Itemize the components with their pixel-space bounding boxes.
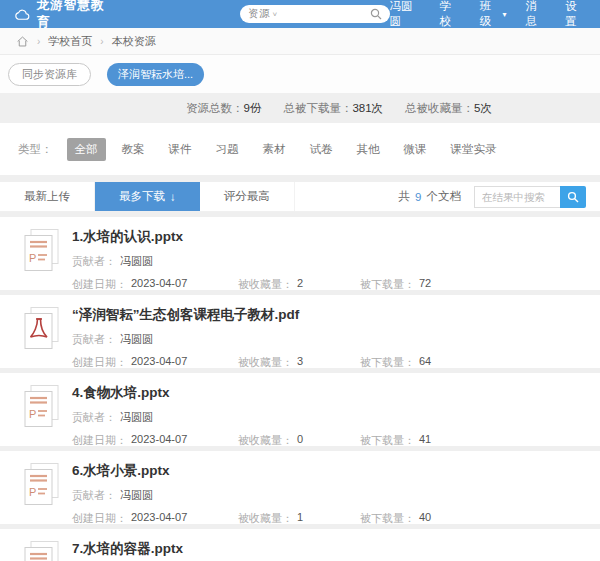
cloud-logo-icon xyxy=(14,8,30,21)
home-icon[interactable] xyxy=(16,35,29,48)
date-value: 2023-04-07 xyxy=(131,355,187,370)
stat-downloads-label: 总被下载量： xyxy=(283,102,352,114)
divider xyxy=(0,175,600,182)
breadcrumb-school-resources[interactable]: 本校资源 xyxy=(112,34,156,49)
stat-favorites-value: 5次 xyxy=(474,102,492,114)
file-title[interactable]: 4.食物水培.pptx xyxy=(72,384,600,402)
date-value: 2023-04-07 xyxy=(131,433,187,448)
stat-downloads-value: 381次 xyxy=(352,102,383,114)
ppt-file-icon: P xyxy=(22,226,72,290)
file-row[interactable]: P 7.水培的容器.pptx xyxy=(0,529,600,561)
favorites-label: 被收藏量： xyxy=(238,355,293,370)
sort-tab-most-downloaded[interactable]: 最多下载 ↓ xyxy=(95,182,200,211)
favorites-label: 被收藏量： xyxy=(238,433,293,448)
file-row[interactable]: P 4.食物水培.pptx 贡献者：冯圆圆 创建日期：2023-04-07 被收… xyxy=(0,373,600,446)
search-scope-dropdown[interactable]: 资源 ˅ xyxy=(248,7,277,21)
sort-tab-top-rated[interactable]: 评分最高 xyxy=(200,182,295,211)
svg-text:P: P xyxy=(29,408,36,420)
filter-micro-lessons[interactable]: 微课 xyxy=(396,138,435,161)
downloads-label: 被下载量： xyxy=(360,511,415,526)
downloads-label: 被下载量： xyxy=(360,355,415,370)
favorites-value: 2 xyxy=(297,277,303,292)
ppt-file-icon: P xyxy=(22,538,72,561)
date-label: 创建日期： xyxy=(72,511,127,526)
file-title[interactable]: 6.水培小景.pptx xyxy=(72,462,600,480)
file-title[interactable]: 1.水培的认识.pptx xyxy=(72,228,600,246)
stats-bar: 资源总数：9份 总被下载量：381次 总被收藏量：5次 xyxy=(0,93,600,123)
breadcrumb: › 学校首页 › 本校资源 xyxy=(0,28,600,55)
contributor-value: 冯圆圆 xyxy=(120,410,153,425)
filter-exercises[interactable]: 习题 xyxy=(208,138,247,161)
file-list: P 1.水培的认识.pptx 贡献者：冯圆圆 创建日期：2023-04-07 被… xyxy=(0,217,600,561)
doc-count: 9 xyxy=(415,191,421,203)
filter-courseware[interactable]: 课件 xyxy=(161,138,200,161)
date-value: 2023-04-07 xyxy=(131,511,187,526)
sort-bar: 最新上传 最多下载 ↓ 评分最高 共 9 个文档 xyxy=(0,182,600,212)
filter-label: 类型： xyxy=(18,142,53,157)
nav-settings[interactable]: 设置 xyxy=(565,0,586,29)
ppt-file-icon: P xyxy=(22,382,72,446)
nav-school[interactable]: 学校 xyxy=(440,0,461,29)
result-tools: 共 9 个文档 xyxy=(399,182,600,211)
search-icon[interactable] xyxy=(370,8,382,20)
active-collection-tag[interactable]: 泽润智耘水培... xyxy=(107,63,204,86)
contributor-label: 贡献者： xyxy=(72,488,116,503)
nav-messages[interactable]: 消息 xyxy=(526,0,547,29)
date-label: 创建日期： xyxy=(72,277,127,292)
filter-test-papers[interactable]: 试卷 xyxy=(302,138,341,161)
favorites-label: 被收藏量： xyxy=(238,277,293,292)
filter-lesson-plans[interactable]: 教案 xyxy=(114,138,153,161)
resource-tabs: 同步资源库 泽润智耘水培... xyxy=(0,55,600,93)
stat-total-value: 9份 xyxy=(244,102,262,114)
top-header: 龙游智慧教育 资源 ˅ 冯圆圆 学校 班级 ▾ 消息 设置 xyxy=(0,0,600,28)
downloads-label: 被下载量： xyxy=(360,277,415,292)
svg-text:P: P xyxy=(29,252,36,264)
breadcrumb-separator: › xyxy=(37,36,40,47)
doc-count-prefix: 共 xyxy=(399,189,411,204)
file-row[interactable]: P 1.水培的认识.pptx 贡献者：冯圆圆 创建日期：2023-04-07 被… xyxy=(0,217,600,290)
sync-library-button[interactable]: 同步资源库 xyxy=(8,63,91,86)
contributor-label: 贡献者： xyxy=(72,410,116,425)
stat-total-label: 资源总数： xyxy=(186,102,244,114)
file-title[interactable]: 7.水培的容器.pptx xyxy=(72,540,600,558)
ppt-file-icon: P xyxy=(22,460,72,524)
type-filter: 类型： 全部 教案 课件 习题 素材 试卷 其他 微课 课堂实录 xyxy=(0,123,600,175)
file-title[interactable]: “泽润智耘”生态创客课程电子教材.pdf xyxy=(72,306,600,324)
brand: 龙游智慧教育 xyxy=(14,0,112,31)
contributor-value: 冯圆圆 xyxy=(120,332,153,347)
pdf-file-icon xyxy=(22,304,72,368)
file-row[interactable]: P 6.水培小景.pptx 贡献者：冯圆圆 创建日期：2023-04-07 被收… xyxy=(0,451,600,524)
contributor-value: 冯圆圆 xyxy=(120,254,153,269)
downloads-label: 被下载量： xyxy=(360,433,415,448)
nav-class-dropdown[interactable]: 班级 ▾ xyxy=(479,0,506,29)
contributor-value: 冯圆圆 xyxy=(120,488,153,503)
result-search-button[interactable] xyxy=(560,186,586,208)
date-label: 创建日期： xyxy=(72,433,127,448)
stat-favorites-label: 总被收藏量： xyxy=(405,102,474,114)
date-label: 创建日期： xyxy=(72,355,127,370)
file-row[interactable]: “泽润智耘”生态创客课程电子教材.pdf 贡献者：冯圆圆 创建日期：2023-0… xyxy=(0,295,600,368)
sort-tab-newest[interactable]: 最新上传 xyxy=(0,182,95,211)
downloads-value: 64 xyxy=(419,355,431,370)
doc-count-suffix: 个文档 xyxy=(427,189,462,204)
favorites-label: 被收藏量： xyxy=(238,511,293,526)
date-value: 2023-04-07 xyxy=(131,277,187,292)
downloads-value: 41 xyxy=(419,433,431,448)
downloads-value: 40 xyxy=(419,511,431,526)
filter-all[interactable]: 全部 xyxy=(67,138,106,161)
breadcrumb-separator: › xyxy=(100,36,103,47)
breadcrumb-school-home[interactable]: 学校首页 xyxy=(48,34,92,49)
header-search[interactable]: 资源 ˅ xyxy=(240,5,389,23)
downloads-value: 72 xyxy=(419,277,431,292)
favorites-value: 0 xyxy=(297,433,303,448)
contributor-label: 贡献者： xyxy=(72,332,116,347)
favorites-value: 3 xyxy=(297,355,303,370)
result-search-input[interactable] xyxy=(474,186,560,208)
sort-descending-icon: ↓ xyxy=(170,191,176,203)
filter-other[interactable]: 其他 xyxy=(349,138,388,161)
favorites-value: 1 xyxy=(297,511,303,526)
nav-username[interactable]: 冯圆圆 xyxy=(390,0,421,29)
filter-materials[interactable]: 素材 xyxy=(255,138,294,161)
filter-classroom-recordings[interactable]: 课堂实录 xyxy=(443,138,505,161)
result-search xyxy=(474,186,586,208)
